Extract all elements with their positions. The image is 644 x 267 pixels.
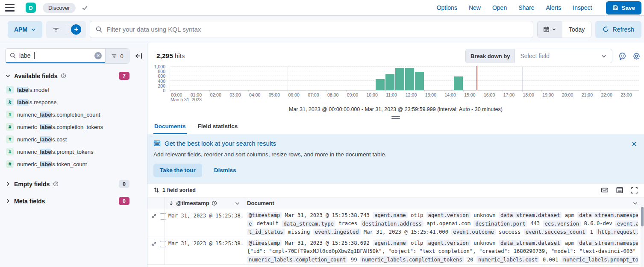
date-range-button[interactable]: Today [562, 21, 591, 38]
nav-link-share[interactable]: Share [518, 4, 534, 11]
collapse-sidebar-icon[interactable] [135, 52, 143, 60]
x-tick-label: 11:00 [386, 92, 397, 97]
dismiss-button[interactable]: Dismiss [214, 167, 236, 173]
date-picker-menu[interactable] [538, 21, 562, 38]
histogram-bar[interactable] [405, 68, 415, 90]
x-tick-label: 08:00 [327, 92, 338, 97]
available-fields-list: klabels.modelklabels.response#numeric_la… [5, 85, 147, 168]
document-cell: @timestamp Mar 31, 2023 @ 15:25:38.692 a… [243, 237, 644, 264]
breakdown-label: Break down by [466, 49, 515, 63]
nav-link-open[interactable]: Open [492, 4, 507, 11]
number-field-icon: # [6, 160, 14, 168]
help-icon[interactable] [53, 181, 59, 187]
field-item-numeric_labels.cost[interactable]: #numeric_labels.cost [5, 135, 147, 144]
document-cell: @timestamp Mar 31, 2023 @ 15:25:38.743 a… [243, 209, 644, 237]
grid-header: @timestamp Document [147, 197, 644, 209]
x-tick-label: 09:00 [347, 92, 358, 97]
save-button[interactable]: Save [606, 1, 641, 15]
field-item-numeric_labels.completion_tokens[interactable]: #numeric_labels.completion_tokens [5, 123, 147, 131]
field-item-numeric_labels.token_count[interactable]: #numeric_labels.token_count [5, 160, 147, 168]
field-name: labels.response [17, 99, 57, 106]
meta-fields-header[interactable]: Meta fields 0 [5, 197, 129, 205]
menu-icon[interactable] [5, 4, 15, 12]
chevron-down-icon [31, 27, 36, 32]
vertical-scrollbar [640, 204, 644, 267]
grid-toolbar: 1 field sorted [147, 184, 644, 197]
kql-query-input[interactable] [106, 26, 528, 33]
expand-row-icon[interactable] [151, 241, 157, 246]
filter-menu-icon[interactable] [46, 21, 66, 38]
nav-link-alerts[interactable]: Alerts [546, 4, 562, 11]
app-logo[interactable]: D [26, 3, 36, 13]
field-search-input[interactable]: labe ✕ [6, 49, 105, 63]
refresh-button[interactable]: Refresh [595, 21, 641, 38]
x-tick-label: 05:00 [269, 92, 280, 97]
fields-sorted-button[interactable]: 1 field sorted [162, 187, 196, 193]
fields-sidebar: labe ✕ 0 Available fields 7 k [0, 43, 147, 267]
nav-link-inspect[interactable]: Inspect [573, 4, 592, 11]
top-header: D Discover OptionsNewOpenShareAlertsInsp… [0, 0, 644, 16]
x-tick-label: 16:00 [484, 92, 495, 97]
field-item-labels.model[interactable]: klabels.model [5, 85, 147, 94]
x-tick-label: 20:00 [562, 92, 573, 97]
field-chip: @timestamp [247, 240, 282, 246]
close-icon[interactable] [631, 141, 637, 147]
clear-search-icon[interactable]: ✕ [94, 52, 102, 59]
field-name: labels.model [17, 87, 49, 93]
x-tick-label: 13:00 [425, 92, 436, 97]
text-caret [34, 52, 35, 59]
field-filter-button[interactable]: 0 [105, 49, 129, 63]
histogram-bar[interactable] [453, 76, 463, 90]
histogram-bar[interactable] [385, 74, 395, 90]
keyboard-shortcuts-icon[interactable] [601, 186, 609, 194]
grid-header-document[interactable]: Document [243, 197, 644, 209]
field-chip: event.success_count [524, 229, 587, 235]
kql-query-bar[interactable] [90, 21, 533, 38]
histogram-bar[interactable] [415, 72, 424, 90]
calendar-icon [543, 26, 550, 32]
resize-handle[interactable] [391, 116, 400, 119]
sort-desc-icon [168, 200, 174, 206]
grid-header-timestamp[interactable]: @timestamp [165, 197, 243, 209]
callout-body: Add relevant fields, reorder and sort co… [153, 151, 637, 158]
scrollbar-thumb[interactable] [641, 207, 644, 226]
nav-link-options[interactable]: Options [437, 4, 457, 11]
number-field-icon: # [6, 123, 14, 131]
x-tick-label: 18:00 [523, 92, 534, 97]
fullscreen-icon[interactable] [631, 187, 638, 194]
available-fields-header[interactable]: Available fields 7 [5, 72, 129, 80]
chevron-down-icon [632, 200, 638, 206]
x-tick-label: 17:00 [503, 92, 515, 97]
sort-icon [153, 187, 159, 193]
nav-link-new[interactable]: New [469, 4, 481, 11]
field-item-labels.response[interactable]: klabels.response [5, 98, 147, 106]
field-item-numeric_labels.completion_count[interactable]: #numeric_labels.completion_count [5, 110, 147, 119]
breakdown-select[interactable]: Select field [515, 49, 612, 63]
x-tick-label: 07:00 [308, 92, 319, 97]
empty-fields-header[interactable]: Empty fields 0 [5, 180, 129, 188]
histogram-chart: 02004006008001,000 00:0001:0002:0003:000… [147, 64, 639, 103]
x-tick-label: 03:00 [229, 92, 241, 97]
query-toolbar: APM + Today Refresh [0, 16, 644, 43]
field-name: numeric_labels.completion_tokens [17, 124, 103, 130]
gear-icon[interactable] [632, 52, 641, 60]
field-chip: e [247, 220, 253, 227]
histogram-bar[interactable] [375, 79, 385, 90]
take-tour-button[interactable]: Take the tour [153, 164, 202, 177]
data-view-picker[interactable]: APM [8, 21, 42, 38]
expand-row-icon[interactable] [151, 213, 157, 219]
tab-field-statistics[interactable]: Field statistics [197, 120, 239, 134]
number-field-icon: # [6, 111, 14, 118]
y-axis-labels: 02004006008001,000 [147, 67, 167, 91]
histogram-bar[interactable] [395, 68, 405, 90]
tab-documents[interactable]: Documents [153, 120, 187, 134]
add-filter-button[interactable]: + [66, 21, 86, 38]
feedback-icon[interactable] [618, 52, 626, 60]
date-picker: Today [537, 21, 591, 38]
help-icon[interactable] [61, 73, 66, 79]
display-options-icon[interactable] [616, 186, 623, 194]
field-item-numeric_labels.prompt_tokens[interactable]: #numeric_labels.prompt_tokens [5, 147, 147, 156]
breadcrumb[interactable]: Discover [43, 3, 76, 13]
field-name: numeric_labels.token_count [17, 161, 87, 167]
chart-plot-area[interactable]: 00:0001:0002:0003:0004:0005:0006:0007:00… [170, 67, 639, 91]
